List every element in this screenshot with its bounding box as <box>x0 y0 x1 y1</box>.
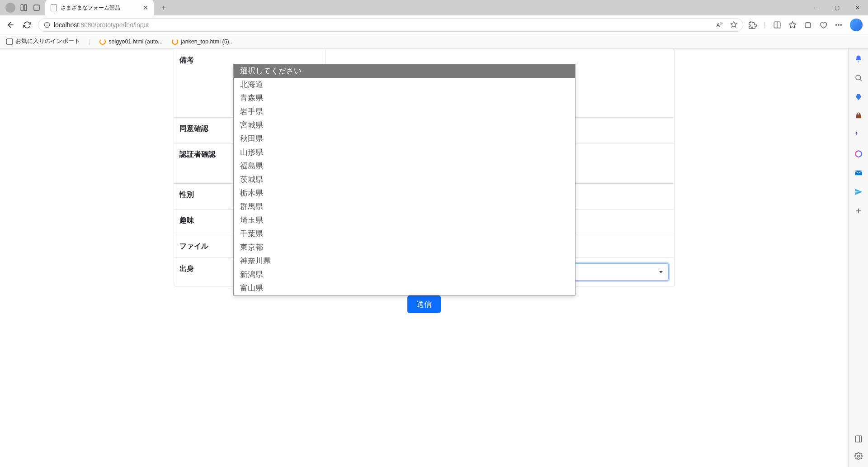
bookmark-label: janken_top.html (5)... <box>181 38 234 45</box>
html-icon <box>172 38 178 45</box>
dropdown-option[interactable]: 栃木県 <box>234 186 575 200</box>
collections-icon[interactable] <box>804 21 812 29</box>
svg-rect-2 <box>34 5 39 10</box>
svg-rect-10 <box>805 23 811 28</box>
svg-marker-9 <box>789 21 796 28</box>
svg-marker-6 <box>731 22 736 28</box>
split-screen-icon[interactable] <box>773 21 781 29</box>
dropdown-option[interactable]: 宮城県 <box>234 119 575 132</box>
svg-rect-21 <box>855 436 862 442</box>
workspaces-icon[interactable] <box>20 4 28 12</box>
dropdown-option[interactable]: 秋田県 <box>234 132 575 146</box>
dropdown-option[interactable]: 富山県 <box>234 281 575 295</box>
close-window-button[interactable]: ✕ <box>847 0 868 15</box>
dropdown-option[interactable]: 茨城県 <box>234 173 575 186</box>
browser-chrome-bar: さまざまなフォーム部品 ✕ ＋ ─ ▢ ✕ <box>0 0 868 15</box>
page-icon <box>51 4 57 11</box>
import-favorites-icon <box>6 38 13 45</box>
dropdown-option[interactable]: 埼玉県 <box>234 214 575 227</box>
sidebar-toggle-icon[interactable] <box>853 434 864 444</box>
tab-actions-icon[interactable] <box>33 4 41 12</box>
favorite-star-icon[interactable] <box>730 21 737 28</box>
dropdown-option[interactable]: 岩手県 <box>234 105 575 119</box>
svg-point-13 <box>840 24 841 25</box>
svg-point-11 <box>836 24 837 25</box>
svg-point-17 <box>855 151 862 157</box>
refresh-button[interactable] <box>22 19 33 30</box>
site-info-icon[interactable] <box>44 22 50 28</box>
add-sidebar-icon[interactable] <box>853 205 864 216</box>
browser-tab[interactable]: さまざまなフォーム部品 ✕ <box>45 0 154 15</box>
bookmark-label: seigyo01.html (auto... <box>108 38 163 45</box>
send-icon[interactable] <box>853 186 864 197</box>
svg-point-14 <box>856 75 861 80</box>
svg-line-15 <box>860 79 861 81</box>
svg-rect-16 <box>856 114 861 118</box>
dropdown-option[interactable]: 千葉県 <box>234 227 575 241</box>
bookmarks-bar: お気に入りのインポート | seigyo01.html (auto... jan… <box>0 34 868 49</box>
shopping-icon[interactable] <box>853 91 864 102</box>
dropdown-option[interactable]: 北海道 <box>234 78 575 91</box>
dropdown-option[interactable]: 群馬県 <box>234 200 575 214</box>
back-button[interactable] <box>5 19 16 30</box>
svg-rect-0 <box>21 5 23 11</box>
address-input[interactable]: localhost:8080/prototype/foo/input A» <box>38 18 743 32</box>
dropdown-option[interactable]: 選択してください <box>234 64 575 78</box>
svg-point-12 <box>838 24 839 25</box>
close-tab-icon[interactable]: ✕ <box>143 4 148 11</box>
svg-point-23 <box>857 455 859 457</box>
more-menu-icon[interactable] <box>835 21 843 29</box>
office-icon[interactable] <box>853 148 864 159</box>
search-sidebar-icon[interactable] <box>853 72 864 83</box>
tools-icon[interactable] <box>853 110 864 121</box>
browser-essentials-icon[interactable] <box>819 21 827 29</box>
settings-icon[interactable] <box>853 451 864 462</box>
address-bar-row: localhost:8080/prototype/foo/input A» | <box>0 15 868 34</box>
dropdown-option[interactable]: 石川県 <box>234 295 575 295</box>
outlook-icon[interactable] <box>853 167 864 178</box>
notifications-icon[interactable] <box>853 53 864 64</box>
dropdown-option[interactable]: 新潟県 <box>234 268 575 281</box>
games-icon[interactable] <box>853 129 864 140</box>
bookmark-item-1[interactable]: seigyo01.html (auto... <box>99 38 163 45</box>
read-aloud-icon[interactable]: A» <box>716 20 723 29</box>
tab-title: さまざまなフォーム部品 <box>61 4 139 12</box>
svg-rect-1 <box>24 5 27 11</box>
edge-sidebar <box>848 49 868 467</box>
extensions-icon[interactable] <box>749 21 757 29</box>
dropdown-option[interactable]: 福島県 <box>234 159 575 173</box>
dropdown-option[interactable]: 山形県 <box>234 146 575 159</box>
new-tab-button[interactable]: ＋ <box>157 1 170 14</box>
url-host: localhost <box>54 21 79 29</box>
copilot-icon[interactable] <box>850 19 863 31</box>
maximize-button[interactable]: ▢ <box>826 0 847 15</box>
html-icon <box>99 38 106 45</box>
favorites-icon[interactable] <box>788 21 797 29</box>
dropdown-option[interactable]: 神奈川県 <box>234 254 575 268</box>
dropdown-option[interactable]: 東京都 <box>234 241 575 254</box>
profile-icon[interactable] <box>5 3 15 13</box>
import-favorites-button[interactable]: お気に入りのインポート <box>6 38 80 45</box>
bookmark-item-2[interactable]: janken_top.html (5)... <box>172 38 234 45</box>
svg-rect-18 <box>855 171 862 176</box>
dropdown-option[interactable]: 青森県 <box>234 91 575 105</box>
submit-button[interactable]: 送信 <box>407 295 441 313</box>
minimize-button[interactable]: ─ <box>806 0 826 15</box>
dropdown-panel[interactable]: 選択してください北海道青森県岩手県宮城県秋田県山形県福島県茨城県栃木県群馬県埼玉… <box>233 64 576 295</box>
import-favorites-label: お気に入りのインポート <box>15 38 80 45</box>
page-content[interactable]: 備考 同意確認 認証者確認 性別 趣味 <box>0 49 848 467</box>
url-path: :8080/prototype/foo/input <box>79 21 149 29</box>
